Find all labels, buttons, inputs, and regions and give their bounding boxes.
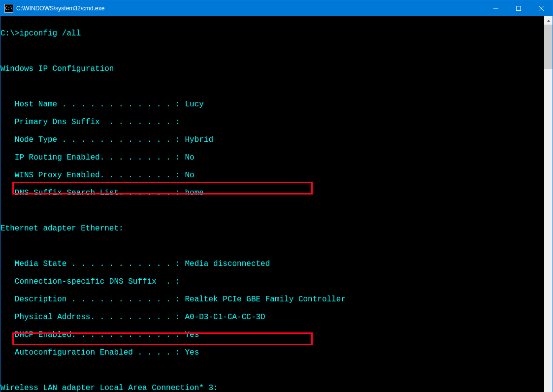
scroll-track[interactable] [544,25,553,392]
output-line: Physical Address. . . . . . . . . : A0-D… [0,313,544,322]
cmd-icon: C:\ [4,4,13,13]
window-title: C:\WINDOWS\system32\cmd.exe [16,5,104,12]
output-line: Autoconfiguration Enabled . . . . : Yes [0,348,544,357]
vertical-scrollbar[interactable] [544,16,553,392]
section-header: Ethernet adapter Ethernet: [0,224,544,233]
section-header: Wireless LAN adapter Local Area Connecti… [0,384,544,392]
prompt-line: C:\>ipconfig /all [0,29,544,38]
output-line: Node Type . . . . . . . . . . . . : Hybr… [0,135,544,144]
client-area: C:\>ipconfig /all Windows IP Configurati… [0,16,553,392]
output-line: DNS Suffix Search List. . . . . . : home [0,189,544,197]
output-line: Connection-specific DNS Suffix . : [0,277,544,286]
output-line: Host Name . . . . . . . . . . . . : Lucy [0,100,544,109]
terminal-output[interactable]: C:\>ipconfig /all Windows IP Configurati… [0,16,544,392]
titlebar[interactable]: C:\ C:\WINDOWS\system32\cmd.exe [0,0,553,16]
output-line: Primary Dns Suffix . . . . . . . : [0,118,544,127]
cmd-window: C:\ C:\WINDOWS\system32\cmd.exe C:\>ipco… [0,0,553,392]
output-line: Media State . . . . . . . . . . . : Medi… [0,260,544,268]
output-line: WINS Proxy Enabled. . . . . . . . : No [0,171,544,180]
close-button[interactable] [530,0,553,16]
svg-marker-4 [547,20,550,22]
section-header: Windows IP Configuration [0,65,544,73]
svg-rect-1 [517,6,521,11]
output-line: Description . . . . . . . . . . . : Real… [0,295,544,304]
maximize-button[interactable] [507,0,530,16]
output-line: DHCP Enabled. . . . . . . . . . . : Yes [0,330,544,339]
scroll-up-button[interactable] [544,16,553,25]
output-line: IP Routing Enabled. . . . . . . . : No [0,153,544,162]
minimize-button[interactable] [485,0,507,16]
scroll-thumb[interactable] [544,25,553,69]
